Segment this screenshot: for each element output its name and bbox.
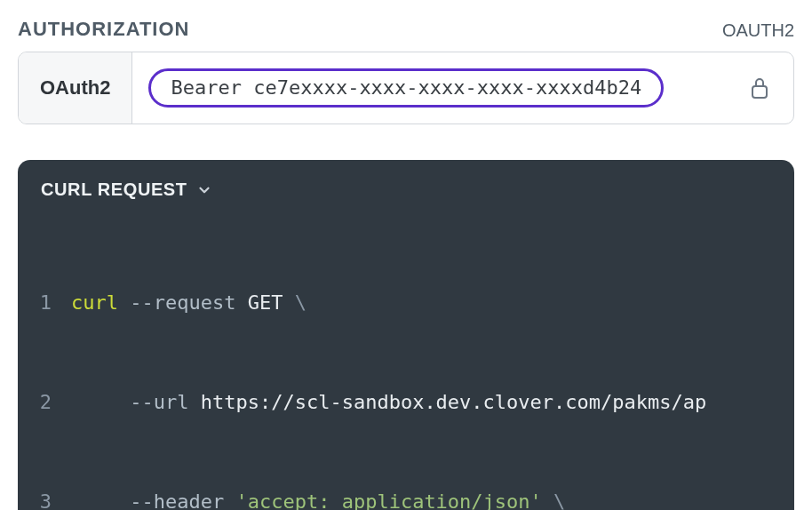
auth-token-cell[interactable]: Bearer ce7exxxx-xxxx-xxxx-xxxx-xxxxd4b24 (132, 52, 740, 124)
auth-type-label: OAuth2 (19, 52, 132, 124)
code-token: \ (542, 490, 566, 510)
code-token: --header (130, 490, 224, 510)
auth-token-value[interactable]: Bearer ce7exxxx-xxxx-xxxx-xxxx-xxxxd4b24 (148, 68, 664, 108)
code-token: 'accept: application/json' (235, 490, 541, 510)
code-token: GET (248, 291, 283, 314)
chevron-down-icon (196, 182, 212, 198)
authorization-scheme-label: OAUTH2 (722, 20, 794, 41)
line-number: 2 (18, 386, 71, 418)
curl-request-panel: CURL REQUEST 1 curl --request GET \ 2 --… (18, 160, 794, 510)
code-token: curl (71, 291, 118, 314)
code-token (71, 490, 130, 510)
lock-icon (749, 76, 770, 100)
authorization-box: OAuth2 Bearer ce7exxxx-xxxx-xxxx-xxxx-xx… (18, 52, 794, 124)
code-line: 2 --url https://scl-sandbox.dev.clover.c… (18, 386, 794, 418)
code-line: 1 curl --request GET \ (18, 286, 794, 319)
svg-rect-0 (752, 86, 767, 98)
line-number: 1 (18, 286, 71, 319)
auth-lock-button[interactable] (740, 52, 793, 124)
code-token (71, 391, 130, 413)
code-body: 1 curl --request GET \ 2 --url https://s… (18, 209, 794, 510)
code-token: https://scl-sandbox.dev.clover.com/pakms… (201, 391, 707, 413)
code-token: --url (130, 391, 188, 413)
code-header[interactable]: CURL REQUEST (18, 160, 794, 209)
code-line: 3 --header 'accept: application/json' \ (18, 485, 794, 510)
line-number: 3 (18, 485, 71, 510)
code-token: --request (130, 291, 235, 314)
code-token: \ (295, 291, 306, 314)
authorization-section-title: AUTHORIZATION (18, 18, 189, 41)
code-header-title: CURL REQUEST (41, 179, 187, 200)
